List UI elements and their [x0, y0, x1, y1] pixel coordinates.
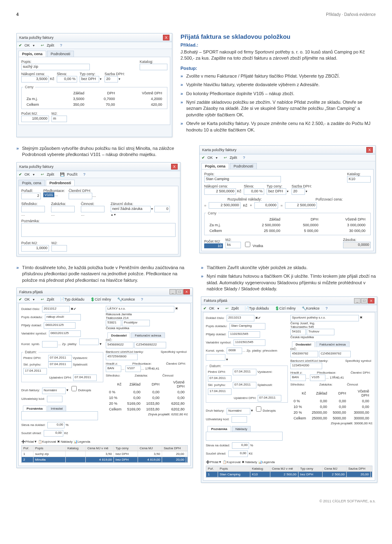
cin-input[interactable] — [81, 206, 105, 212]
dodavatel-name[interactable]: LÁTKY s.r.o. — [106, 306, 174, 312]
items-grid[interactable]: Poř.PopisKatalogCena MJ v měTyp cenyCena… — [21, 445, 188, 463]
stred-input[interactable] — [21, 206, 45, 212]
kopirovat-button[interactable]: 📋Kopírovat — [223, 460, 241, 464]
korekce[interactable]: 🔧Korekce — [117, 297, 138, 301]
back-button[interactable]: ↩Zpět — [225, 306, 241, 310]
pouzit-button[interactable]: 💾Použít — [60, 172, 80, 176]
ok-button[interactable]: ✔OK▼ — [202, 156, 220, 160]
back-button[interactable]: ↩Zpět — [41, 43, 56, 47]
step: Nyní máte fakturu hotovou a tlačítkem OK… — [201, 273, 377, 292]
back-button[interactable]: ↩Zpět — [41, 297, 56, 301]
popdok-input[interactable]: nákup zboží — [45, 314, 81, 321]
dobropis-check[interactable] — [71, 386, 77, 391]
tab-popis-cena[interactable]: Popis, cena — [18, 51, 46, 57]
ceny-table: ZákladDPHVčetně DPH Za m.j.3,50000,70004… — [23, 90, 165, 108]
tab-podrobnosti[interactable]: Podrobnosti — [230, 163, 257, 169]
legenda-button[interactable]: 📊Legenda — [74, 440, 90, 444]
mj-input[interactable]: ks — [225, 242, 241, 248]
pocet-input[interactable]: 1,0000 — [21, 245, 49, 252]
druh-select[interactable]: Normální — [42, 388, 66, 394]
predk-input[interactable]: V101 — [43, 192, 54, 197]
popis-input[interactable]: Stan Camping — [204, 176, 281, 183]
zp-select[interactable] — [79, 339, 99, 345]
dodavatel-name[interactable]: Sportovní potřeby s.r.o. — [290, 315, 359, 321]
pozn-input[interactable] — [21, 223, 176, 237]
close-icon[interactable]: X — [163, 35, 169, 40]
close-icon[interactable]: X — [171, 164, 178, 169]
items-grid[interactable]: Poř.PopisKatalogCena MJ v měTyp cenyCena… — [206, 466, 372, 478]
help-icon[interactable]: ? — [325, 306, 327, 310]
ok-button[interactable]: ✔OK▼ — [19, 43, 38, 47]
help-icon[interactable]: ? — [243, 156, 245, 160]
tab-intrastat[interactable]: Intrastat — [47, 406, 67, 411]
prij-input[interactable]: 0601201125 — [44, 322, 76, 329]
sazba-select[interactable]: 20 — [292, 188, 305, 195]
page-footer: © 2011 CÍGLER SOFTWARE, a.s. — [16, 499, 376, 503]
rozp-val[interactable]: 0,0000 — [254, 202, 278, 209]
poradi-input[interactable]: 2 — [21, 193, 41, 199]
window-controls[interactable]: _□X — [169, 289, 190, 294]
back-button[interactable]: ↩Zpět — [41, 172, 56, 176]
sazba-select[interactable]: 20 — [105, 76, 118, 82]
close-icon[interactable]: X — [366, 147, 373, 153]
sleva-input[interactable]: 0,00 % — [57, 76, 77, 82]
help-icon[interactable]: ? — [141, 297, 143, 301]
ok-button[interactable]: ✔OK▼ — [19, 297, 38, 301]
typ-label: Typ ceny: — [267, 184, 283, 188]
typ-select[interactable]: bez DPH — [267, 188, 286, 195]
pocet-input[interactable]: 100,0000 — [21, 116, 49, 122]
tab-popis-cena[interactable]: Popis, cena — [18, 180, 45, 186]
window-title: Karta položky faktury — [202, 148, 236, 152]
zak-input[interactable] — [51, 206, 75, 212]
bot-left-intro: Tímto dosáhnete toho, že každá položka b… — [16, 265, 193, 283]
pocet-input[interactable]: 10 — [204, 243, 223, 248]
step: Vyplníte hlavičku faktury, vyberete doda… — [180, 82, 376, 88]
nakup-input[interactable]: 3,5000 — [21, 76, 49, 82]
popis-input[interactable]: suchý zip — [21, 64, 90, 70]
typ-dokladu[interactable]: 📄Typ dokladu — [60, 297, 87, 301]
katalog-input[interactable]: K10 — [347, 176, 371, 183]
tab-podrobnosti[interactable]: Podrobnosti — [47, 51, 74, 57]
docnum-input[interactable]: 2011012 — [42, 306, 70, 312]
popis-label: Popis: — [21, 60, 31, 64]
korekce[interactable]: 🔧Korekce — [302, 306, 322, 310]
skl-input[interactable]: 07.04.2011 — [48, 361, 72, 368]
mj-input[interactable]: m — [51, 116, 67, 122]
clen-label: Členění DPH: — [69, 189, 91, 193]
sleva-label: Sleva: — [57, 72, 67, 76]
pridat-button[interactable]: ➕Přidat▼ — [21, 440, 37, 444]
tab-podrobnosti[interactable]: Podrobnosti — [46, 180, 75, 186]
typ-select[interactable]: bez DPH — [80, 76, 99, 82]
ok-button[interactable]: ✔OK▼ — [19, 172, 38, 176]
help-icon[interactable]: ? — [60, 43, 62, 47]
nakup-input[interactable]: 2 500,0000 — [204, 188, 236, 195]
vratka-checkbox[interactable] — [245, 242, 250, 247]
konst-input[interactable] — [42, 341, 58, 348]
clen-input[interactable] — [69, 193, 92, 199]
docnum-input[interactable]: 2011013 — [227, 315, 254, 321]
var-input[interactable]: 0601201125 — [49, 330, 81, 337]
zar-select[interactable]: není žádná záruka — [111, 206, 151, 212]
pridat-button[interactable]: ➕Přidat▼ — [206, 460, 222, 464]
screenshot-faktura-prijata-2: Faktura přijatá _□X ✔OK▼ ↩Zpět 📄Typ dokl… — [201, 297, 377, 483]
screenshot-karta-polozky-1: Karta položky faktury X ✔OK▼ ↩Zpět ? Pop… — [16, 33, 172, 137]
window-controls[interactable]: _□X — [354, 298, 374, 303]
sleva-input[interactable]: 0,00 % — [244, 188, 264, 195]
kopirovat-button[interactable]: 📋Kopírovat — [38, 440, 56, 444]
katalog-input[interactable] — [140, 64, 167, 70]
back-button[interactable]: ↩Zpět — [224, 156, 239, 160]
help-icon[interactable]: ? — [83, 172, 85, 176]
naklady-button[interactable]: ✖ Náklady — [242, 460, 257, 464]
naklady-button[interactable]: ✖ Náklady — [57, 440, 73, 444]
tab-poznamka[interactable]: Poznámka — [23, 406, 47, 411]
pln-input[interactable]: 07.04.2011 — [48, 355, 72, 361]
screenshot-karta-podrobnosti: Karta položky faktury X ✔OK▼ ↩Zpět 💾Použ… — [16, 162, 180, 256]
nakup-label: Nákupní cena: — [21, 72, 45, 76]
cizi-meny[interactable]: 💲Cizí měny — [275, 306, 298, 310]
ok-button[interactable]: ✔OK▼ — [203, 306, 222, 310]
typ-dokladu[interactable]: 📄Typ dokladu — [245, 306, 272, 310]
legenda-button[interactable]: 📊Legenda — [258, 460, 275, 464]
mj-input[interactable] — [51, 245, 67, 252]
tab-popis-cena[interactable]: Popis, cena — [201, 163, 229, 169]
cizi-meny[interactable]: 💲Cizí měny — [90, 297, 114, 301]
